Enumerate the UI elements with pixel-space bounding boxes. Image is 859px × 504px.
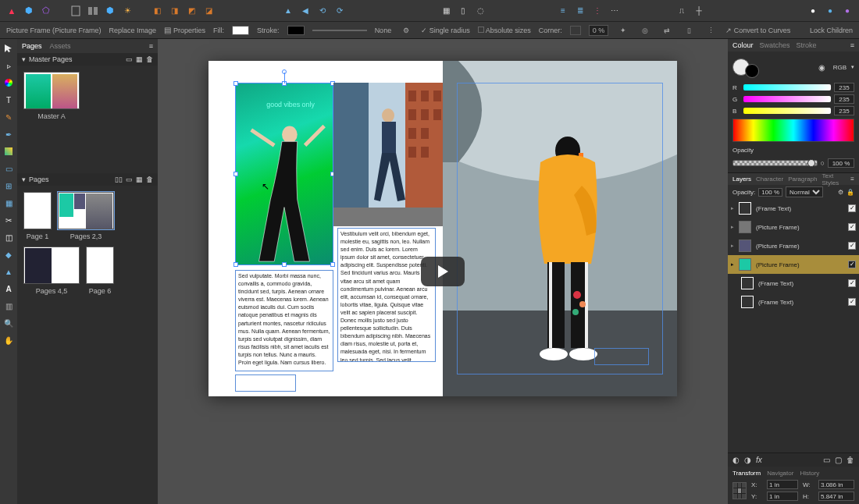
artistic-text-tool[interactable]: A: [2, 282, 15, 295]
character-tab[interactable]: Character: [756, 176, 783, 183]
history-tab[interactable]: History: [800, 470, 819, 477]
persona-designer-icon[interactable]: ⬢: [22, 4, 36, 18]
visibility-check[interactable]: ✓: [848, 298, 856, 306]
layers-tab[interactable]: Layers: [732, 176, 751, 183]
chevron-icon[interactable]: ▸: [731, 224, 734, 230]
g-slider[interactable]: [743, 96, 831, 102]
absolute-sizes-checkbox[interactable]: Absolute sizes: [478, 27, 531, 34]
r-slider[interactable]: [743, 84, 831, 91]
hide-selection-icon[interactable]: ◎: [638, 23, 652, 37]
picture-frame-selected[interactable]: good vibes only: [235, 83, 333, 265]
layer-row[interactable]: ▸(Picture Frame)✓: [728, 218, 859, 236]
colour-mode-label[interactable]: RGB: [833, 64, 847, 71]
shape-tool[interactable]: ▭: [2, 162, 15, 175]
text-frame-left[interactable]: Sed vulputate. Morbi massa nunc, convall…: [235, 270, 333, 371]
chevron-icon[interactable]: ▸: [731, 205, 734, 211]
paragraph-tab[interactable]: Paragraph: [788, 176, 817, 183]
move-tool[interactable]: [2, 42, 15, 55]
transform-icon-2[interactable]: ⋮: [704, 23, 718, 37]
corner-value[interactable]: 0 %: [589, 25, 609, 36]
layer-row[interactable]: (Frame Text)✓: [728, 293, 859, 311]
flip-h-icon[interactable]: ▲: [281, 4, 295, 18]
corner-type-icon[interactable]: [570, 26, 581, 35]
align-center-icon[interactable]: ≣: [573, 4, 587, 18]
picture-frame-2[interactable]: [333, 83, 443, 226]
layers-menu-icon[interactable]: ≡: [850, 176, 854, 183]
gradient-tool[interactable]: [2, 145, 15, 158]
replace-image-button[interactable]: Replace Image: [109, 27, 157, 34]
help-icon[interactable]: ●: [806, 4, 820, 18]
chevron-icon[interactable]: ▸: [731, 261, 734, 268]
chevron-down-icon[interactable]: ▾: [851, 64, 854, 70]
doc-setup-icon[interactable]: [69, 4, 83, 18]
zoom-tool[interactable]: 🔍: [2, 317, 15, 329]
colour-menu-icon[interactable]: ≡: [850, 41, 854, 49]
ungroup-icon[interactable]: ▯: [456, 4, 470, 18]
brush-tool[interactable]: ✎: [2, 111, 15, 123]
rotate-cw-icon[interactable]: ⟳: [333, 4, 347, 18]
text-frame-empty[interactable]: [235, 374, 296, 392]
tool-icon-1[interactable]: ⬢: [103, 4, 117, 18]
stroke-tab[interactable]: Stroke: [797, 41, 817, 49]
chevron-down-icon-2[interactable]: ▾: [22, 176, 26, 183]
account-icon[interactable]: ●: [823, 4, 837, 18]
spread-setup-icon[interactable]: [86, 4, 100, 18]
swatches-tab[interactable]: Swatches: [760, 41, 790, 49]
arrange-front-icon[interactable]: ◪: [201, 4, 216, 18]
master-a-thumb[interactable]: [23, 72, 80, 109]
node-tool[interactable]: ▹: [2, 59, 15, 72]
text-frame-right[interactable]: Vestibulum velit orci, bibendum eget, mo…: [337, 228, 436, 362]
b-slider[interactable]: [743, 108, 831, 114]
view-list-icon[interactable]: ▦: [136, 55, 143, 63]
textstyles-tab[interactable]: Text Styles: [822, 172, 842, 186]
add-page-icon[interactable]: ▭: [126, 176, 133, 183]
anchor-selector[interactable]: [732, 482, 747, 499]
layer-row[interactable]: ▸(Picture Frame)✓: [728, 236, 859, 255]
delete-layer-icon[interactable]: 🗑: [847, 456, 854, 464]
persona-photo-icon[interactable]: ⬠: [39, 4, 53, 18]
flip-v-icon[interactable]: ◀: [298, 4, 312, 18]
single-radius-checkbox[interactable]: ✓ Single radius: [421, 27, 470, 34]
assets-tab[interactable]: Assets: [50, 42, 71, 50]
chevron-down-icon[interactable]: ▾: [22, 55, 26, 63]
edit-all-icon[interactable]: ▭: [823, 456, 830, 464]
visibility-check[interactable]: ✓: [848, 261, 856, 268]
group-icon[interactable]: ▦: [439, 4, 453, 18]
app-icon[interactable]: ▲: [5, 4, 19, 18]
rotate-ccw-icon[interactable]: ⟲: [315, 4, 330, 18]
arrange-back-icon[interactable]: ◧: [150, 4, 164, 18]
frames-tool[interactable]: ▥: [2, 300, 15, 312]
delete-page-icon[interactable]: 🗑: [146, 176, 153, 183]
page-6-thumb[interactable]: [86, 247, 114, 284]
blend-mode-select[interactable]: Normal: [786, 186, 823, 197]
colour-tab[interactable]: Colour: [732, 41, 754, 49]
arrange-frontone-icon[interactable]: ◩: [184, 4, 198, 18]
layer-row[interactable]: ▸(Frame Text)✓: [728, 199, 859, 218]
table-tool[interactable]: ▦: [2, 197, 15, 209]
transform-w-input[interactable]: [818, 480, 854, 489]
opacity-circle-icon[interactable]: ○: [821, 159, 825, 167]
vector-crop-tool[interactable]: ◫: [2, 231, 15, 243]
lock-icon[interactable]: 🔒: [847, 189, 854, 196]
gear-icon[interactable]: ⚙: [399, 23, 413, 37]
transform-x-input[interactable]: [767, 480, 798, 489]
crop-tool[interactable]: ✂: [2, 214, 15, 226]
view-list-icon-2[interactable]: ▦: [136, 176, 143, 183]
text-tool[interactable]: T: [2, 94, 15, 106]
properties-button[interactable]: ▤Properties: [164, 26, 205, 34]
show-rotation-icon[interactable]: ✦: [616, 23, 630, 37]
fill-tool[interactable]: ◆: [2, 248, 15, 261]
r-value[interactable]: 235: [834, 83, 854, 92]
visibility-check[interactable]: ✓: [848, 223, 856, 231]
spectrum-picker[interactable]: [732, 119, 854, 142]
transform-h-input[interactable]: [818, 492, 854, 501]
pages-23-thumb[interactable]: [58, 192, 114, 229]
stroke-width-track[interactable]: [312, 30, 367, 31]
stroke-swatch[interactable]: [287, 26, 305, 35]
arrange-backone-icon[interactable]: ◨: [167, 4, 181, 18]
hand-tool[interactable]: ✋: [2, 334, 15, 346]
visibility-check[interactable]: ✓: [848, 279, 856, 287]
opacity-slider[interactable]: [732, 160, 818, 166]
transform-tab[interactable]: Transform: [732, 470, 761, 477]
distribute-icon[interactable]: ⋯: [608, 4, 622, 18]
